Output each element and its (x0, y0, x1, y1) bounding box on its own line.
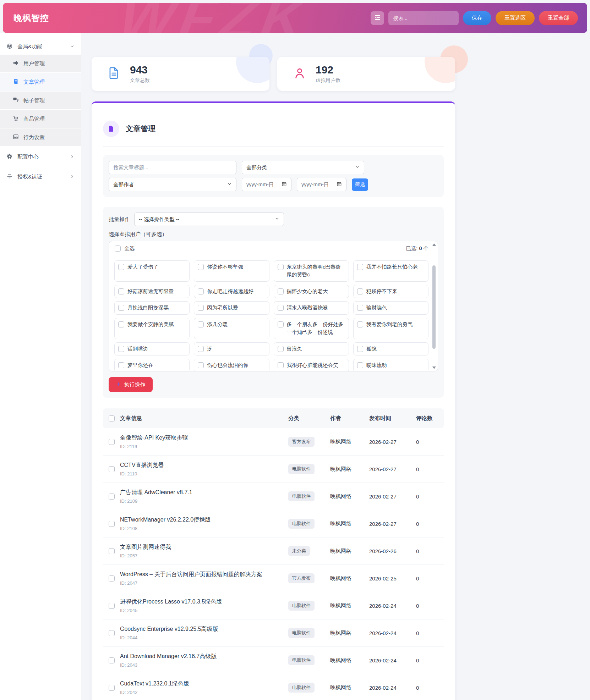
table-row: Ant Download Manager v2.16.7高级版 ID: 2043… (103, 647, 444, 674)
filter-button[interactable]: 筛选 (352, 178, 368, 191)
scroll-down-arrow[interactable] (432, 366, 436, 369)
date-to-input[interactable]: yyyy-mm-日 (297, 178, 346, 191)
reset-selection-button[interactable]: 重置选区 (496, 11, 535, 25)
virtual-user-item[interactable]: 你说你不够坚强 (194, 260, 269, 282)
sidebar-item-label: 帖子管理 (23, 97, 45, 104)
sidebar-section-label: 全局&功能 (17, 43, 42, 50)
category-badge: 电脑软件 (288, 601, 315, 611)
virtual-user-item[interactable]: 我很好心脏能跳还会笑 (274, 359, 349, 371)
virtual-user-checkbox[interactable] (198, 264, 204, 270)
virtual-user-item[interactable]: 多一个朋友多一份好处多一个知己多一份述说 (274, 318, 349, 339)
execute-operation-button[interactable]: 执行操作 (109, 377, 153, 392)
publish-date: 2026-02-24 (369, 657, 416, 663)
virtual-user-item[interactable]: 好菇凉前途无可限量 (114, 285, 190, 298)
virtual-user-item[interactable]: 骗财骗色 (353, 301, 428, 315)
row-checkbox[interactable] (109, 630, 115, 636)
virtual-user-name: 我很好心脏能跳还会笑 (287, 362, 338, 369)
article-author: 晚枫网络 (330, 439, 369, 445)
virtual-user-item[interactable]: 爱大了受伤了 (114, 260, 190, 282)
select-all-checkbox[interactable] (115, 246, 121, 252)
virtual-user-checkbox[interactable] (278, 305, 284, 311)
sidebar-section-global[interactable]: 全局&功能 (0, 38, 81, 55)
virtual-user-checkbox[interactable] (278, 362, 284, 368)
row-checkbox[interactable] (109, 466, 115, 472)
virtual-user-item[interactable]: 清水入喉烈酒烧喉 (274, 301, 349, 315)
row-checkbox[interactable] (109, 685, 115, 691)
sidebar-item-config-center[interactable]: 配置中心 (0, 147, 81, 167)
virtual-user-checkbox[interactable] (278, 321, 284, 327)
virtual-user-name: 爱大了受伤了 (127, 263, 158, 271)
chevron-down-icon (275, 216, 279, 222)
virtual-user-name: 梦里你还在 (127, 362, 153, 369)
virtual-user-item[interactable]: 因为宅所以爱 (194, 301, 269, 315)
virtual-user-item[interactable]: 东京街头的黎明c巴黎街尾的黄昏c (274, 260, 349, 282)
virtual-user-checkbox[interactable] (198, 305, 204, 311)
virtual-user-item[interactable]: 我并不怕路长只怕心老 (353, 260, 428, 282)
virtual-user-item[interactable]: 我有爱你到老的勇气 (353, 318, 428, 339)
sidebar-item-behavior[interactable]: 行为设置 (0, 128, 81, 146)
virtual-user-item[interactable]: 曾浪久 (274, 342, 349, 356)
virtual-user-item[interactable]: 孤隐 (353, 342, 428, 356)
sidebar-item-posts[interactable]: 帖子管理 (0, 92, 81, 109)
virtual-user-checkbox[interactable] (118, 362, 124, 368)
reset-all-button[interactable]: 重置全部 (539, 11, 578, 25)
article-title-search-input[interactable] (109, 161, 236, 174)
sidebar-item-articles[interactable]: 文章管理 (0, 73, 81, 91)
virtual-user-checkbox[interactable] (357, 346, 363, 352)
save-button[interactable]: 保存 (463, 11, 491, 25)
sidebar-item-label: 用户管理 (23, 60, 45, 67)
virtual-user-item[interactable]: 暖昧流动 (353, 359, 428, 371)
sidebar-item-auth[interactable]: 授权&认证 (0, 167, 81, 187)
menu-toggle-button[interactable] (371, 11, 384, 25)
row-checkbox[interactable] (109, 439, 115, 445)
category-badge: 电脑软件 (288, 683, 315, 693)
operation-type-select[interactable]: -- 选择操作类型 -- (134, 213, 284, 226)
virtual-user-checkbox[interactable] (118, 264, 124, 270)
virtual-user-item[interactable]: 犯贱停不下来 (353, 285, 428, 298)
date-from-input[interactable]: yyyy-mm-日 (242, 178, 291, 191)
virtual-user-item[interactable]: 添几分暖 (194, 318, 269, 339)
virtual-user-checkbox[interactable] (357, 264, 363, 270)
virtual-user-item[interactable]: 梦里你还在 (114, 359, 190, 371)
table-row: 进程优化Process Lasso v17.0.3.5绿色版 ID: 2045 … (103, 592, 444, 619)
table-select-all-checkbox[interactable] (109, 415, 115, 421)
virtual-user-item[interactable]: 话到嘴边 (114, 342, 190, 356)
row-checkbox[interactable] (109, 575, 115, 582)
virtual-user-checkbox[interactable] (118, 346, 124, 352)
virtual-user-checkbox[interactable] (198, 362, 204, 368)
virtual-user-checkbox[interactable] (118, 305, 124, 311)
row-checkbox[interactable] (109, 521, 115, 527)
virtual-user-checkbox[interactable] (357, 362, 363, 368)
virtual-user-checkbox[interactable] (198, 346, 204, 352)
global-search-input[interactable] (388, 11, 459, 25)
virtual-user-checkbox[interactable] (357, 288, 363, 294)
virtual-user-item[interactable]: 伤心也会流泪的你 (194, 359, 269, 371)
virtual-user-item[interactable]: 我要做个安静的美腻 (114, 318, 190, 339)
virtual-user-checkbox[interactable] (357, 305, 363, 311)
chevron-down-icon (355, 165, 360, 170)
virtual-user-item[interactable]: 泛 (194, 342, 269, 356)
virtual-user-name: 添几分暖 (207, 321, 228, 329)
sidebar-item-products[interactable]: 商品管理 (0, 110, 81, 128)
virtual-user-item[interactable]: 你走吧走得越远越好 (194, 285, 269, 298)
virtual-user-item[interactable]: 月挽浅白阳挽深黑 (114, 301, 190, 315)
scrollbar-thumb[interactable] (432, 265, 436, 349)
author-select[interactable]: 全部作者 (109, 178, 236, 191)
sidebar-item-users[interactable]: 用户管理 (0, 55, 81, 72)
virtual-user-item[interactable]: 揣怀少女心的老大 (274, 285, 349, 298)
virtual-user-checkbox[interactable] (278, 264, 284, 270)
virtual-user-checkbox[interactable] (118, 321, 124, 327)
row-checkbox[interactable] (109, 657, 115, 663)
virtual-user-checkbox[interactable] (198, 288, 204, 294)
scroll-up-arrow[interactable] (432, 243, 436, 246)
virtual-user-checkbox[interactable] (357, 321, 363, 327)
category-select[interactable]: 全部分类 (242, 161, 364, 174)
article-author: 晚枫网络 (330, 602, 369, 609)
virtual-user-checkbox[interactable] (278, 288, 284, 294)
row-checkbox[interactable] (109, 603, 115, 609)
row-checkbox[interactable] (109, 548, 115, 554)
virtual-user-checkbox[interactable] (118, 288, 124, 294)
virtual-user-checkbox[interactable] (278, 346, 284, 352)
virtual-user-checkbox[interactable] (198, 321, 204, 327)
row-checkbox[interactable] (109, 494, 115, 500)
